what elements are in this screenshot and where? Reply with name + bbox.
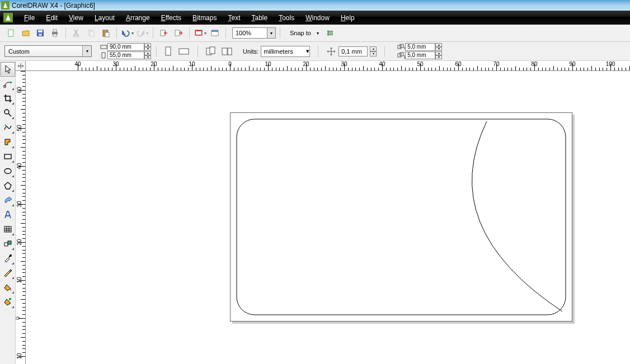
import-button[interactable]	[157, 26, 171, 40]
workspace: 403020100102030405060708090100 100102030…	[0, 61, 630, 364]
export-button[interactable]	[172, 26, 185, 40]
paste-button[interactable]	[99, 26, 112, 40]
duplicate-distance: x 5,0 mm ▴▾ y 5,0 mm ▴▾	[397, 43, 442, 60]
svg-rect-34	[400, 53, 403, 56]
new-button[interactable]	[4, 26, 18, 40]
basic-shapes-tool[interactable]	[1, 193, 15, 207]
eyedropper-tool[interactable]	[1, 251, 15, 266]
interactive-fill-tool[interactable]	[1, 295, 15, 309]
table-tool[interactable]	[1, 222, 15, 237]
landscape-button[interactable]	[177, 45, 191, 58]
svg-point-38	[4, 110, 9, 114]
menu-layout[interactable]: Layout	[89, 12, 120, 23]
dup-y-spinner[interactable]: ▴▾	[435, 51, 442, 59]
portrait-button[interactable]	[162, 45, 175, 58]
title-bar: CorelDRAW X4 - [Graphic6]	[0, 0, 630, 11]
svg-rect-27	[210, 47, 215, 54]
svg-point-39	[4, 125, 6, 126]
page-height-input[interactable]: 55,0 mm	[107, 51, 144, 59]
svg-rect-12	[90, 31, 94, 36]
snap-to-select[interactable]: Snap to▾	[288, 27, 322, 39]
smart-fill-tool[interactable]	[1, 135, 15, 149]
menu-view[interactable]: View	[63, 12, 89, 23]
svg-rect-5	[39, 34, 42, 36]
svg-rect-47	[237, 119, 566, 315]
ruler-origin[interactable]	[16, 61, 26, 71]
dup-x-icon: x	[397, 44, 405, 51]
pick-tool[interactable]	[1, 62, 15, 77]
canvas-area[interactable]: 403020100102030405060708090100 100102030…	[16, 61, 630, 364]
svg-rect-24	[166, 47, 171, 55]
zoom-select[interactable]: 100%▾	[232, 27, 276, 39]
page-dimensions: 90,0 mm ▴▾ 55,0 mm ▴▾	[100, 43, 151, 60]
horizontal-ruler[interactable]: 403020100102030405060708090100	[26, 61, 630, 71]
current-page-button[interactable]	[220, 45, 234, 58]
nudge-input[interactable]: 0,1 mm	[338, 46, 368, 56]
drawing-objects	[230, 112, 572, 322]
doc-menu-icon[interactable]	[3, 13, 13, 22]
page-width-input[interactable]: 90,0 mm	[107, 43, 144, 51]
undo-button[interactable]: ▾	[121, 26, 134, 40]
svg-rect-44	[8, 241, 11, 244]
zoom-tool[interactable]	[1, 106, 15, 120]
nudge-spinner[interactable]: ▴▾	[370, 46, 377, 56]
menu-bitmaps[interactable]: Bitmaps	[187, 12, 222, 23]
svg-rect-4	[38, 30, 43, 32]
vertical-ruler[interactable]: 100102030405060	[16, 71, 26, 364]
snap-label: Snap to	[290, 30, 311, 36]
freehand-tool[interactable]	[1, 120, 15, 135]
text-tool[interactable]	[1, 207, 15, 222]
ellipse-tool[interactable]	[1, 164, 15, 178]
menu-edit[interactable]: Edit	[40, 12, 63, 23]
svg-rect-36	[4, 86, 6, 87]
dup-x-spinner[interactable]: ▴▾	[435, 43, 442, 51]
menu-help[interactable]: Help	[335, 12, 360, 23]
window-title: CorelDRAW X4 - [Graphic6]	[12, 2, 95, 10]
svg-rect-31	[400, 44, 403, 48]
menu-arrange[interactable]: Arrange	[120, 12, 156, 23]
app-launcher-button[interactable]: ▾	[194, 26, 207, 40]
welcome-button[interactable]	[208, 26, 222, 40]
cut-button[interactable]	[70, 26, 83, 40]
dup-x-input[interactable]: 5,0 mm	[405, 43, 435, 51]
menu-effects[interactable]: Effects	[156, 12, 187, 23]
svg-rect-30	[398, 45, 401, 49]
outline-tool[interactable]	[1, 266, 15, 280]
units-combo[interactable]: millimeters▾	[261, 46, 310, 57]
redo-button[interactable]: ▾	[135, 26, 149, 40]
interactive-tool[interactable]	[1, 237, 15, 251]
rectangle-tool[interactable]	[1, 149, 15, 164]
save-button[interactable]	[34, 26, 47, 40]
svg-rect-22	[101, 45, 107, 49]
svg-rect-40	[4, 154, 11, 159]
shape-tool[interactable]	[1, 77, 15, 91]
svg-rect-42	[4, 226, 11, 232]
options-button[interactable]	[323, 26, 337, 40]
width-icon	[100, 44, 107, 51]
dup-y-input[interactable]: 5,0 mm	[405, 51, 435, 59]
menu-window[interactable]: Window	[300, 12, 335, 23]
menu-table[interactable]: Table	[246, 12, 273, 23]
height-spinner[interactable]: ▴▾	[144, 51, 151, 59]
width-spinner[interactable]: ▴▾	[144, 43, 151, 51]
svg-point-45	[10, 254, 12, 257]
svg-rect-43	[4, 243, 8, 246]
svg-rect-23	[102, 53, 105, 58]
paper-size-combo[interactable]: Custom▾	[4, 45, 92, 57]
crop-tool[interactable]	[1, 91, 15, 106]
all-pages-button[interactable]	[205, 45, 218, 58]
svg-rect-17	[175, 30, 180, 36]
copy-button[interactable]	[84, 26, 98, 40]
dup-y-icon: y	[397, 52, 405, 59]
fill-tool[interactable]	[1, 280, 15, 295]
menu-text[interactable]: Text	[222, 12, 246, 23]
polygon-tool[interactable]	[1, 178, 15, 193]
menu-tools[interactable]: Tools	[273, 12, 300, 23]
svg-rect-21	[211, 30, 218, 32]
open-button[interactable]	[19, 26, 32, 40]
menu-bar: FileEditViewLayoutArrangeEffectsBitmapsT…	[0, 11, 630, 25]
zoom-value: 100%	[236, 30, 251, 36]
menu-file[interactable]: File	[18, 12, 40, 23]
units-value: millimeters	[264, 48, 293, 55]
print-button[interactable]	[48, 26, 62, 40]
